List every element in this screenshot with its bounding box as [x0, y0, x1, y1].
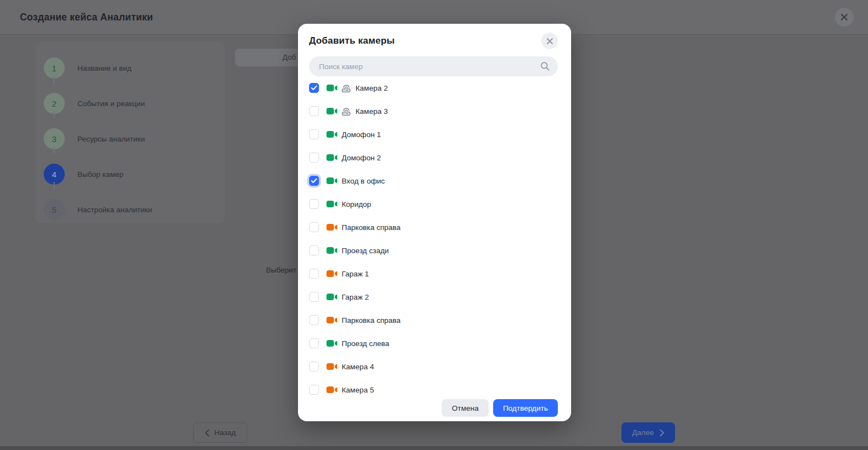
- camera-icon: [326, 270, 338, 278]
- check-icon: [311, 85, 317, 91]
- camera-name: Камера 4: [342, 363, 374, 371]
- camera-checkbox[interactable]: [309, 269, 319, 279]
- next-button[interactable]: Далее: [621, 422, 675, 443]
- close-icon: [546, 38, 553, 45]
- camera-name: Гараж 2: [342, 293, 369, 301]
- stepper-step-2[interactable]: 2 События и реакции: [44, 86, 225, 121]
- step-label: Настройка аналитики: [77, 206, 152, 214]
- camera-checkbox[interactable]: [309, 362, 319, 371]
- camera-checkbox[interactable]: [309, 385, 319, 395]
- camera-icon: [326, 107, 338, 115]
- camera-row[interactable]: Домофон 2: [309, 146, 558, 169]
- page-title: Создание кейса Аналитики: [20, 0, 153, 34]
- page: Создание кейса Аналитики 1 Название и ви…: [0, 0, 868, 450]
- step-label: Ресурсы аналитики: [77, 135, 145, 143]
- camera-search-input[interactable]: [318, 62, 540, 71]
- camera-name: Камера 3: [355, 107, 388, 116]
- modal-title: Добавить камеры: [309, 33, 395, 46]
- camera-row[interactable]: Камера 4: [309, 355, 558, 378]
- camera-checkbox[interactable]: [309, 106, 319, 116]
- camera-checkbox[interactable]: [309, 315, 319, 325]
- camera-checkbox[interactable]: [309, 222, 319, 232]
- camera-icon: [326, 363, 338, 370]
- camera-search-field[interactable]: [309, 56, 558, 76]
- step-number-badge: 1: [44, 57, 65, 79]
- modal-close-button[interactable]: [541, 33, 558, 49]
- check-icon: [311, 178, 317, 184]
- back-button-label: Назад: [215, 428, 236, 437]
- camera-checkbox[interactable]: [309, 83, 319, 93]
- add-cameras-modal: Добавить камеры Камера 2: [298, 24, 571, 421]
- camera-name: Камера 5: [342, 386, 374, 394]
- camera-row[interactable]: Коридор: [309, 192, 558, 216]
- camera-icon: [326, 84, 338, 92]
- background-hint-text: Выберит: [266, 266, 296, 274]
- camera-icon: [326, 386, 338, 394]
- camera-row[interactable]: Камера 5: [309, 378, 558, 401]
- camera-name: Парковка справа: [342, 223, 401, 232]
- camera-checkbox[interactable]: [309, 245, 319, 255]
- camera-icon: [326, 223, 338, 231]
- next-button-label: Далее: [632, 428, 654, 437]
- camera-icon: [326, 177, 338, 185]
- step-number-badge: 5: [44, 199, 65, 220]
- camera-name: Гараж 1: [342, 270, 369, 278]
- camera-row[interactable]: Гараж 2: [309, 285, 558, 308]
- add-cameras-background-button-label: Доб: [283, 53, 296, 61]
- camera-checkbox[interactable]: [309, 153, 319, 163]
- chevron-left-icon: [205, 429, 210, 437]
- stepper-step-1[interactable]: 1 Название и вид: [44, 50, 225, 86]
- camera-icon: [326, 293, 338, 301]
- step-label: События и реакции: [77, 100, 145, 108]
- camera-list: Камера 2 Камера 3: [309, 76, 558, 401]
- step-label: Выбор камер: [77, 170, 123, 179]
- camera-name: Коридор: [342, 200, 371, 208]
- camera-name: Парковка справа: [342, 316, 401, 325]
- wireless-device-icon: [341, 107, 351, 116]
- camera-checkbox[interactable]: [309, 292, 319, 302]
- step-number-badge: 3: [44, 128, 65, 149]
- search-icon: [540, 61, 550, 71]
- back-button[interactable]: Назад: [193, 422, 247, 443]
- stepper-step-3[interactable]: 3 Ресурсы аналитики: [44, 121, 225, 156]
- camera-row[interactable]: Гараж 1: [309, 262, 558, 285]
- camera-row[interactable]: Проезд сзади: [309, 239, 558, 262]
- camera-icon: [326, 154, 338, 161]
- camera-icon: [326, 200, 338, 208]
- camera-name: Проезд сзади: [342, 247, 389, 255]
- stepper-step-5[interactable]: 5 Настройка аналитики: [44, 192, 225, 227]
- step-label: Название и вид: [77, 64, 132, 72]
- close-icon: [840, 13, 848, 21]
- camera-name: Вход в офис: [342, 177, 385, 185]
- camera-row[interactable]: Камера 2: [309, 76, 558, 100]
- camera-row[interactable]: Парковка справа: [309, 216, 558, 239]
- camera-name: Домофон 2: [342, 154, 381, 162]
- camera-row[interactable]: Камера 3: [309, 100, 558, 123]
- camera-icon: [326, 316, 338, 324]
- camera-row[interactable]: Проезд слева: [309, 332, 558, 355]
- wireless-device-icon: [341, 83, 351, 93]
- camera-name: Камера 2: [355, 84, 388, 92]
- camera-row[interactable]: Парковка справа: [309, 308, 558, 332]
- camera-icon: [326, 130, 338, 138]
- camera-checkbox[interactable]: [309, 199, 319, 209]
- confirm-button[interactable]: Подтвердить: [493, 399, 558, 417]
- bottom-edge-strip: [0, 446, 868, 450]
- camera-checkbox[interactable]: [309, 176, 319, 186]
- camera-icon: [326, 247, 338, 254]
- step-number-badge: 2: [44, 93, 65, 114]
- camera-checkbox[interactable]: [309, 338, 319, 348]
- page-close-button[interactable]: [835, 8, 854, 27]
- stepper-step-4[interactable]: 4 Выбор камер: [44, 156, 225, 192]
- camera-name: Домофон 1: [342, 130, 381, 139]
- camera-name: Проезд слева: [342, 339, 389, 348]
- camera-checkbox[interactable]: [309, 129, 319, 139]
- step-number-badge: 4: [44, 164, 65, 185]
- camera-icon: [326, 339, 338, 347]
- camera-row[interactable]: Домофон 1: [309, 123, 558, 146]
- wizard-stepper-card: 1 Название и вид 2 События и реакции 3 Р…: [35, 42, 225, 223]
- cancel-button[interactable]: Отмена: [442, 399, 488, 417]
- camera-row[interactable]: Вход в офис: [309, 169, 558, 192]
- chevron-right-icon: [660, 429, 665, 437]
